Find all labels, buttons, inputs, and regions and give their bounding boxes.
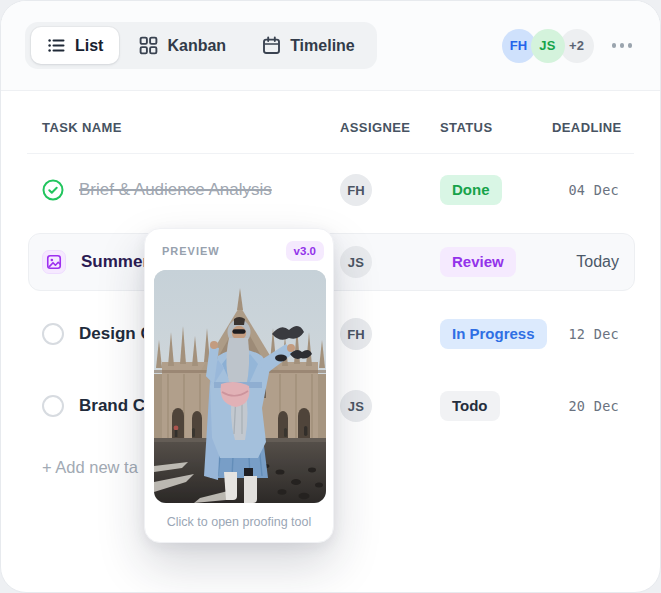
assignee-avatar[interactable]: JS (340, 390, 372, 422)
tab-list-label: List (75, 37, 103, 55)
task-name: Brief & Audience Analysis (79, 180, 272, 200)
preview-title: PREVIEW (162, 245, 220, 257)
version-badge: v3.0 (286, 241, 324, 261)
tab-kanban-label: Kanban (167, 37, 226, 55)
status-badge[interactable]: Todo (440, 391, 500, 421)
avatar-stack: FH JS +2 (502, 29, 594, 63)
preview-image[interactable] (154, 270, 326, 503)
table-row[interactable]: Brief & Audience Analysis FH Done 04 Dec (42, 154, 619, 226)
add-new-task-button[interactable]: + Add new ta (42, 458, 138, 477)
avatar-overflow-count[interactable]: +2 (560, 29, 594, 63)
column-task-name: TASK NAME (42, 120, 340, 135)
status-badge[interactable]: Done (440, 175, 502, 205)
column-status: STATUS (440, 120, 552, 135)
status-badge[interactable]: In Progress (440, 319, 547, 349)
assignee-avatar[interactable]: FH (340, 318, 372, 350)
task-board-window: List Kanban (0, 0, 661, 593)
preview-popup: PREVIEW v3.0 (144, 228, 334, 543)
toolbar-right: FH JS +2 (502, 29, 637, 63)
tab-kanban[interactable]: Kanban (123, 27, 242, 64)
ellipsis-menu-icon[interactable] (608, 37, 637, 54)
task-checkbox-circle[interactable] (42, 323, 64, 345)
tab-list[interactable]: List (31, 27, 119, 64)
list-icon (47, 36, 66, 55)
task-name: Design C (79, 324, 153, 344)
view-switcher: List Kanban (25, 22, 377, 69)
task-complete-check-icon[interactable] (42, 179, 64, 201)
image-attachment-icon[interactable] (42, 250, 66, 274)
kanban-icon (139, 36, 158, 55)
task-name: Brand C (79, 396, 145, 416)
table-header: TASK NAME ASSIGNEE STATUS DEADLINE (42, 91, 619, 153)
task-checkbox-circle[interactable] (42, 395, 64, 417)
tab-timeline[interactable]: Timeline (246, 27, 371, 64)
calendar-icon (262, 36, 281, 55)
deadline-value: 04 Dec (568, 182, 619, 198)
avatar-js[interactable]: JS (531, 29, 565, 63)
deadline-value: 20 Dec (568, 398, 619, 414)
assignee-avatar[interactable]: JS (340, 246, 372, 278)
deadline-value: 12 Dec (568, 326, 619, 342)
proofing-tool-hint[interactable]: Click to open proofing tool (145, 503, 333, 529)
tab-timeline-label: Timeline (290, 37, 355, 55)
assignee-avatar[interactable]: FH (340, 174, 372, 206)
column-assignee: ASSIGNEE (340, 120, 440, 135)
task-name: Summer (81, 252, 149, 272)
status-badge[interactable]: Review (440, 247, 516, 277)
column-deadline: DEADLINE (552, 120, 622, 135)
deadline-value: Today (576, 253, 619, 271)
toolbar: List Kanban (1, 1, 660, 91)
